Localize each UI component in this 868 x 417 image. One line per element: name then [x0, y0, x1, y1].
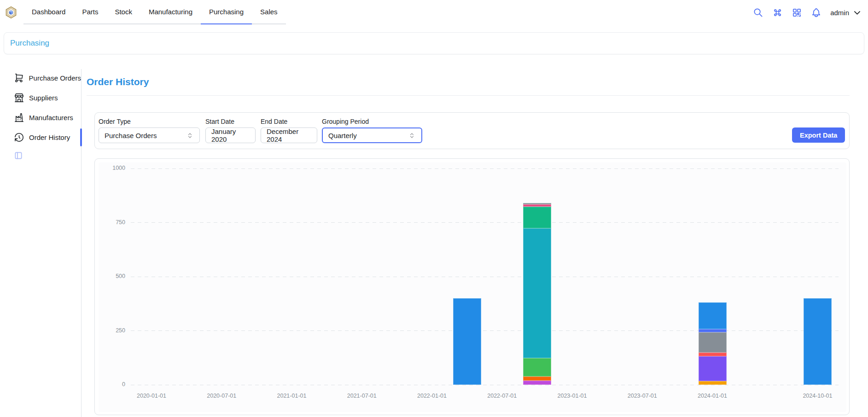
x-axis-tick-label: 2022-01-01 — [411, 393, 453, 399]
y-axis-tick-label: 1000 — [99, 165, 125, 171]
bar-segment — [523, 207, 551, 228]
tab-stock[interactable]: Stock — [106, 0, 140, 24]
bell-icon[interactable] — [811, 7, 821, 18]
layout-sidebar-icon[interactable] — [14, 151, 23, 160]
sidebar-item-manufacturers[interactable]: Manufacturers — [4, 108, 81, 127]
bar-segment — [699, 302, 727, 329]
x-axis-tick-label: 2021-01-01 — [271, 393, 313, 399]
order-history-chart-card: 025050075010002020-01-012020-07-012021-0… — [94, 158, 850, 415]
sidebar-item-purchase-orders[interactable]: Purchase Orders — [4, 68, 81, 88]
page-title: Order History — [87, 76, 149, 87]
grouping-period-label: Grouping Period — [322, 118, 369, 125]
bar-segment — [699, 381, 727, 385]
gridline-y-750 — [131, 222, 839, 223]
bar-segment — [699, 356, 727, 381]
tab-dashboard[interactable]: Dashboard — [23, 0, 74, 24]
x-axis-tick-label: 2023-07-01 — [622, 393, 663, 399]
y-axis-tick-label: 250 — [99, 327, 125, 334]
gridline-y-1000 — [131, 168, 839, 169]
bar-segment — [699, 329, 727, 332]
grouping-period-select[interactable]: Quarterly — [322, 127, 422, 143]
history-icon — [14, 132, 24, 143]
chevron-up-down-icon — [186, 132, 194, 139]
qrcode-scan-icon[interactable] — [792, 7, 802, 18]
sidebar-divider — [81, 69, 82, 417]
bar-segment — [523, 381, 551, 385]
title-divider — [87, 95, 850, 96]
order-history-chart: 025050075010002020-01-012020-07-012021-0… — [99, 162, 846, 412]
bar-segment — [523, 358, 551, 376]
y-axis-tick-label: 750 — [99, 219, 125, 226]
bar-segment — [699, 353, 727, 356]
start-date-input[interactable]: January 2020 — [205, 127, 256, 143]
inventree-logo[interactable] — [5, 6, 17, 19]
x-axis-tick-label: 2021-07-01 — [341, 393, 383, 399]
x-axis-tick-label: 2020-07-01 — [201, 393, 242, 399]
main-tabs: DashboardPartsStockManufacturingPurchasi… — [23, 0, 286, 24]
factory-icon — [14, 112, 24, 123]
shopping-cart-icon — [14, 73, 24, 83]
bar-segment — [523, 228, 551, 358]
gridline-y-250 — [131, 330, 839, 331]
chevron-up-down-icon — [408, 132, 416, 139]
storefront-icon — [14, 93, 24, 103]
sidebar-item-label: Suppliers — [29, 94, 58, 102]
sidebar-active-indicator — [80, 128, 82, 146]
end-date-input[interactable]: December 2024 — [261, 127, 317, 143]
sidebar-item-label: Order History — [29, 133, 70, 141]
navbar-actions: admin — [753, 0, 862, 25]
sidebar-item-suppliers[interactable]: Suppliers — [4, 88, 81, 108]
sidebar-item-order-history[interactable]: Order History — [4, 127, 81, 147]
sidebar-item-label: Manufacturers — [29, 114, 73, 122]
navbar: DashboardPartsStockManufacturingPurchasi… — [0, 0, 868, 25]
order-type-select[interactable]: Purchase Orders — [99, 127, 200, 143]
bar-segment — [523, 376, 551, 380]
bar-segment — [699, 332, 727, 353]
sidebar: Purchase OrdersSuppliersManufacturersOrd… — [4, 68, 81, 147]
x-axis-tick-label: 2020-01-01 — [131, 393, 172, 399]
bar-segment — [523, 203, 551, 204]
y-axis-tick-label: 500 — [99, 273, 125, 279]
filter-panel: Order Type Start Date End Date Grouping … — [94, 112, 850, 149]
tab-manufacturing[interactable]: Manufacturing — [140, 0, 201, 24]
chevron-down-icon — [853, 8, 862, 17]
user-menu[interactable]: admin — [830, 8, 862, 17]
x-axis-tick-label: 2022-07-01 — [481, 393, 523, 399]
start-date-label: Start Date — [205, 118, 234, 125]
gridline-y-500 — [131, 277, 839, 277]
end-date-label: End Date — [261, 118, 287, 125]
y-axis-tick-label: 0 — [99, 381, 125, 388]
tab-parts[interactable]: Parts — [74, 0, 106, 24]
search-icon[interactable] — [753, 7, 763, 18]
breadcrumb: Purchasing — [4, 32, 864, 54]
username: admin — [830, 9, 849, 17]
order-type-label: Order Type — [99, 118, 131, 125]
breadcrumb-link-purchasing[interactable]: Purchasing — [10, 39, 49, 48]
x-axis-tick-label: 2024-01-01 — [692, 393, 733, 399]
sidebar-item-label: Purchase Orders — [29, 74, 81, 82]
bar-segment — [523, 204, 551, 207]
tab-purchasing[interactable]: Purchasing — [201, 0, 252, 24]
bar-segment — [804, 298, 832, 385]
bar-segment — [453, 298, 481, 385]
x-axis-tick-label: 2023-01-01 — [552, 393, 593, 399]
x-axis-tick-label: 2024-10-01 — [797, 393, 838, 399]
command-icon[interactable] — [772, 7, 783, 18]
export-data-button[interactable]: Export Data — [792, 127, 845, 143]
tab-sales[interactable]: Sales — [252, 0, 286, 24]
gridline-y-0 — [131, 385, 839, 385]
